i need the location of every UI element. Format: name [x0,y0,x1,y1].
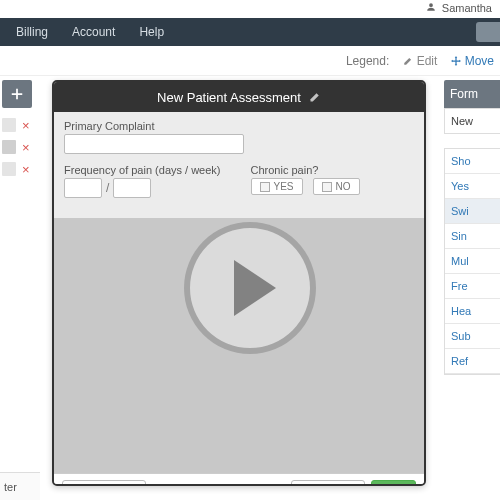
search-stub[interactable] [476,22,500,42]
workarea: × × × ter New Patient Assessment Primary… [0,76,500,500]
legend-edit: Edit [403,54,437,68]
navbar: Billing Account Help [0,18,500,46]
options-button[interactable]: Options▲ [62,480,146,487]
frequency-label: Frequency of pain (days / week) [64,164,221,176]
user-icon [426,2,439,14]
right-list-item[interactable]: Fre [445,274,500,299]
pencil-icon [403,56,413,66]
left-footer[interactable]: ter [0,472,40,500]
list-item[interactable]: × [0,136,40,158]
remove-icon[interactable]: × [22,140,30,155]
list-item[interactable]: × [0,158,40,180]
primary-complaint-field: Primary Complaint [64,120,414,154]
remove-icon[interactable]: × [22,162,30,177]
checkbox-icon [322,182,332,192]
right-list-item[interactable]: Yes [445,174,500,199]
form-top: Primary Complaint Frequency of pain (day… [54,112,424,219]
chronic-label: Chronic pain? [251,164,360,176]
right-new-box[interactable]: New [444,108,500,134]
checkbox-icon [260,182,270,192]
frequency-days-input[interactable] [64,178,102,198]
topbar: Samantha [0,0,500,18]
primary-complaint-label: Primary Complaint [64,120,414,132]
legend-label: Legend: [346,54,389,68]
nav-billing[interactable]: Billing [4,18,60,46]
right-header: Form [444,80,500,108]
slash-separator: / [106,181,109,195]
user-name[interactable]: Samantha [442,2,492,14]
right-list-item[interactable]: Sub [445,324,500,349]
right-list-item[interactable]: Sin [445,224,500,249]
form-title: New Patient Assessment [157,90,301,105]
play-overlay[interactable] [184,222,316,354]
form-header: New Patient Assessment [54,82,424,112]
play-icon [234,260,276,316]
right-list-item[interactable]: Swi [445,199,500,224]
frequency-field: Frequency of pain (days / week) / [64,164,221,198]
right-list-item[interactable]: Hea [445,299,500,324]
right-list: ShoYesSwiSinMulFreHeaSubRef [444,148,500,375]
chronic-yes-button[interactable]: YES [251,178,303,195]
plus-icon [10,87,24,101]
move-icon [451,56,461,66]
list-item[interactable]: × [0,114,40,136]
chronic-no-button[interactable]: NO [313,178,360,195]
frequency-week-input[interactable] [113,178,151,198]
right-column: Form New ShoYesSwiSinMulFreHeaSubRef [444,80,500,375]
chronic-field: Chronic pain? YES NO [251,164,360,198]
add-button[interactable] [2,80,32,108]
remove-icon[interactable]: × [22,118,30,133]
form-footer: Options▲ Save as Save [54,473,424,486]
legend-bar: Legend: Edit Move [0,46,500,76]
right-list-item[interactable]: Ref [445,349,500,374]
nav-account[interactable]: Account [60,18,127,46]
right-list-item[interactable]: Sho [445,149,500,174]
save-button[interactable]: Save [371,480,416,487]
right-list-item[interactable]: Mul [445,249,500,274]
pencil-icon[interactable] [309,91,321,103]
primary-complaint-input[interactable] [64,134,244,154]
left-column: × × × ter [0,76,40,500]
legend-move: Move [451,54,494,68]
save-as-button[interactable]: Save as [291,480,365,487]
nav-help[interactable]: Help [127,18,176,46]
